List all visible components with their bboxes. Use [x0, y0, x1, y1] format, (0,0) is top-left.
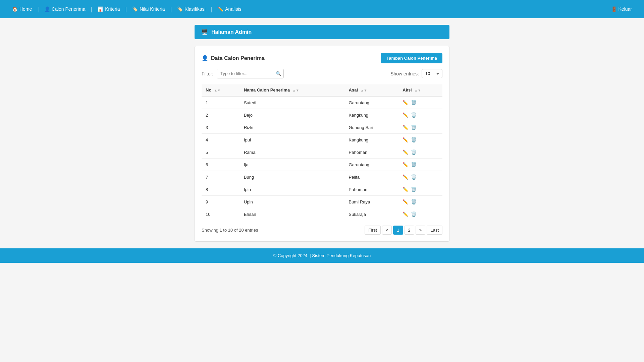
nav-analisis[interactable]: ✏️ Analisis	[212, 0, 247, 18]
cell-aksi: ✏️ 🗑️	[398, 134, 442, 146]
footer: © Copyright 2024. | Sistem Pendukung Kep…	[0, 248, 644, 263]
cell-nama: Ehsan	[240, 208, 345, 221]
table-row: 2 Bejo Kangkung ✏️ 🗑️	[202, 109, 442, 121]
sort-icon-no: ▲▼	[214, 88, 221, 92]
cell-asal: Bumi Raya	[345, 196, 399, 208]
add-calon-button[interactable]: Tambah Calon Penerima	[381, 53, 442, 63]
cell-asal: Gunung Sari	[345, 121, 399, 134]
kriteria-icon: 📊	[98, 6, 103, 12]
cell-aksi: ✏️ 🗑️	[398, 121, 442, 134]
cell-nama: Ipul	[240, 134, 345, 146]
delete-icon[interactable]: 🗑️	[411, 212, 417, 217]
cell-aksi: ✏️ 🗑️	[398, 171, 442, 183]
nav-logout[interactable]: 🚪 Keluar	[606, 0, 637, 18]
sort-icon-nama: ▲▼	[292, 88, 299, 92]
delete-icon[interactable]: 🗑️	[411, 162, 417, 167]
show-entries-select[interactable]: 10 25 50 100	[422, 69, 442, 78]
cell-nama: Ipin	[240, 183, 345, 196]
delete-icon[interactable]: 🗑️	[411, 174, 417, 180]
pagination-row: Showing 1 to 10 of 20 entries First < 1 …	[202, 226, 442, 235]
nav-home-label: Home	[19, 6, 32, 12]
cell-nama: Rizki	[240, 121, 345, 134]
nav-items: 🏠 Home | 👤 Calon Penerima | 📊 Kriteria |…	[7, 0, 637, 18]
data-card-header: 👤 Data Calon Penerima Tambah Calon Pener…	[202, 53, 442, 63]
cell-aksi: ✏️ 🗑️	[398, 196, 442, 208]
cell-no: 9	[202, 196, 240, 208]
edit-icon[interactable]: ✏️	[402, 149, 408, 155]
edit-icon[interactable]: ✏️	[402, 174, 408, 180]
edit-icon[interactable]: ✏️	[402, 212, 408, 217]
delete-icon[interactable]: 🗑️	[411, 125, 417, 130]
cell-nama: Rama	[240, 146, 345, 159]
person-icon: 👤	[202, 55, 208, 61]
delete-icon[interactable]: 🗑️	[411, 149, 417, 155]
pagination-controls: First < 1 2 > Last	[365, 226, 442, 235]
delete-icon[interactable]: 🗑️	[411, 199, 417, 204]
col-header-aksi: Aksi ▲▼	[398, 84, 442, 97]
table-row: 8 Ipin Pahoman ✏️ 🗑️	[202, 183, 442, 196]
last-page-button[interactable]: Last	[427, 226, 442, 235]
cell-no: 5	[202, 146, 240, 159]
calon-penerima-icon: 👤	[44, 6, 50, 12]
cell-no: 7	[202, 171, 240, 183]
cell-asal: Garuntang	[345, 96, 399, 109]
cell-asal: Kangkung	[345, 109, 399, 121]
delete-icon[interactable]: 🗑️	[411, 187, 417, 192]
cell-no: 2	[202, 109, 240, 121]
cell-nama: Bejo	[240, 109, 345, 121]
logout-icon: 🚪	[611, 6, 617, 12]
filter-input[interactable]	[217, 69, 284, 78]
nav-calon-penerima[interactable]: 👤 Calon Penerima	[39, 0, 91, 18]
edit-icon[interactable]: ✏️	[402, 100, 408, 105]
cell-asal: Pahoman	[345, 183, 399, 196]
delete-icon[interactable]: 🗑️	[411, 112, 417, 118]
cell-aksi: ✏️ 🗑️	[398, 146, 442, 159]
edit-icon[interactable]: ✏️	[402, 162, 408, 167]
first-page-button[interactable]: First	[365, 226, 380, 235]
nav-nilai-kriteria[interactable]: 🏷️ Nilai Kriteria	[127, 0, 170, 18]
table-row: 5 Rama Pahoman ✏️ 🗑️	[202, 146, 442, 159]
cell-nama: Bung	[240, 171, 345, 183]
footer-text: © Copyright 2024. | Sistem Pendukung Kep…	[273, 253, 371, 258]
cell-asal: Kangkung	[345, 134, 399, 146]
filter-left: Filter: 🔍	[202, 69, 284, 78]
page-2-button[interactable]: 2	[405, 226, 414, 235]
cell-aksi: ✏️ 🗑️	[398, 109, 442, 121]
monitor-icon: 🖥️	[201, 29, 208, 35]
delete-icon[interactable]: 🗑️	[411, 137, 417, 142]
page-1-button[interactable]: 1	[393, 226, 403, 235]
filter-input-wrap: 🔍	[217, 69, 284, 78]
edit-icon[interactable]: ✏️	[402, 187, 408, 192]
next-page-button[interactable]: >	[416, 226, 426, 235]
cell-aksi: ✏️ 🗑️	[398, 208, 442, 221]
cell-asal: Pahoman	[345, 146, 399, 159]
col-header-no[interactable]: No ▲▼	[202, 84, 240, 97]
search-icon: 🔍	[276, 71, 281, 76]
delete-icon[interactable]: 🗑️	[411, 100, 417, 105]
cell-no: 10	[202, 208, 240, 221]
edit-icon[interactable]: ✏️	[402, 199, 408, 204]
cell-no: 6	[202, 159, 240, 171]
admin-header: 🖥️ Halaman Admin	[195, 25, 449, 39]
edit-icon[interactable]: ✏️	[402, 137, 408, 142]
edit-icon[interactable]: ✏️	[402, 125, 408, 130]
edit-icon[interactable]: ✏️	[402, 112, 408, 118]
sort-icon-aksi: ▲▼	[414, 88, 421, 92]
nav-kriteria-label: Kriteria	[105, 6, 120, 12]
nav-kriteria[interactable]: 📊 Kriteria	[92, 0, 125, 18]
table-row: 7 Bung Pelita ✏️ 🗑️	[202, 171, 442, 183]
col-header-asal[interactable]: Asal ▲▼	[345, 84, 399, 97]
col-header-nama[interactable]: Nama Calon Penerima ▲▼	[240, 84, 345, 97]
cell-aksi: ✏️ 🗑️	[398, 96, 442, 109]
cell-aksi: ✏️ 🗑️	[398, 159, 442, 171]
klasifikasi-icon: 🏷️	[177, 6, 183, 12]
section-title: Data Calon Penerima	[211, 55, 265, 61]
table-row: 6 Ijat Garuntang ✏️ 🗑️	[202, 159, 442, 171]
nav-klasifikasi[interactable]: 🏷️ Klasifikasi	[172, 0, 211, 18]
cell-no: 1	[202, 96, 240, 109]
analisis-icon: ✏️	[218, 6, 223, 12]
cell-asal: Pelita	[345, 171, 399, 183]
prev-page-button[interactable]: <	[382, 226, 392, 235]
table-row: 4 Ipul Kangkung ✏️ 🗑️	[202, 134, 442, 146]
nav-home[interactable]: 🏠 Home	[7, 0, 37, 18]
